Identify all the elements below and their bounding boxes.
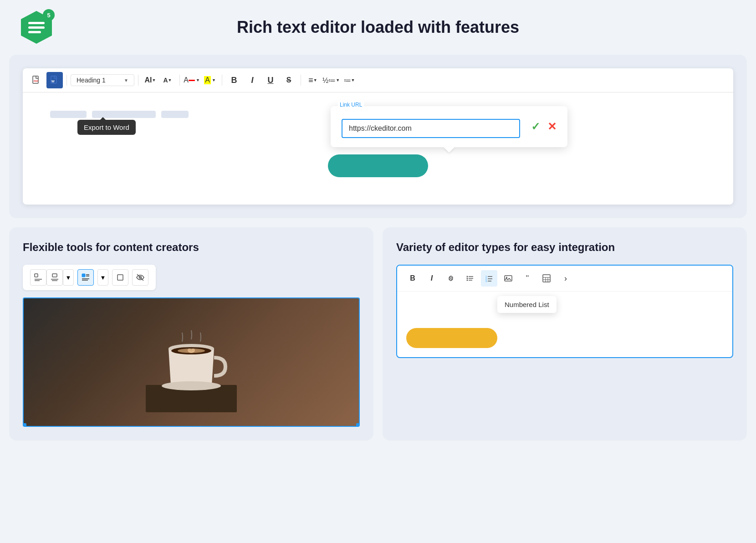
variety-editor: B I 1.2.3. xyxy=(396,265,733,358)
mini-numbered-button[interactable]: 1.2.3. xyxy=(481,270,497,287)
teal-button-container xyxy=(50,145,706,186)
editor-content[interactable]: Link URL ✓ ✕ xyxy=(23,92,733,205)
link-url-input[interactable] xyxy=(349,124,513,133)
link-confirm-button[interactable]: ✓ xyxy=(531,120,540,133)
font-color-icon: A xyxy=(184,76,189,84)
heading-line-3 xyxy=(161,111,189,118)
image-frame: ↵ xyxy=(23,297,360,427)
link-input-wrapper[interactable] xyxy=(342,119,520,138)
image-align-center-button[interactable] xyxy=(46,269,63,286)
strikethrough-icon: S xyxy=(286,76,291,84)
svg-point-43 xyxy=(506,277,507,278)
image-align-left-button[interactable] xyxy=(30,269,46,286)
heading-select[interactable]: Heading 1 ▼ xyxy=(71,74,134,86)
heading-select-value: Heading 1 xyxy=(77,77,106,84)
variety-card-inner: B I 1.2.3. xyxy=(396,265,733,358)
mini-table-button[interactable] xyxy=(538,270,555,287)
svg-point-29 xyxy=(162,381,221,390)
flexible-tools-title: Flexible tools for content creators xyxy=(23,241,360,254)
bold-button[interactable]: B xyxy=(226,72,242,88)
italic-button[interactable]: I xyxy=(244,72,261,88)
mini-italic-icon: I xyxy=(431,274,433,282)
mini-more-icon: › xyxy=(564,274,567,283)
font-size2-chevron: ▼ xyxy=(168,78,172,82)
image-wrap-chevron[interactable]: ▼ xyxy=(97,269,108,286)
link-url-label: Link URL xyxy=(338,102,364,108)
mini-toolbar: B I 1.2.3. xyxy=(397,266,732,292)
mini-quote-icon: " xyxy=(526,274,529,283)
font-size2-button[interactable]: A ▼ xyxy=(159,72,176,88)
image-align-group: ▼ xyxy=(30,269,74,286)
svg-rect-44 xyxy=(543,275,550,282)
link-popup: Link URL ✓ ✕ xyxy=(331,106,567,147)
editor-section: PDF W Heading 1 ▼ AI xyxy=(9,55,747,218)
highlight-button[interactable]: A ▼ xyxy=(202,72,218,88)
bottom-sections: Flexible tools for content creators ▼ ▼ xyxy=(9,227,747,441)
numbered-list-tooltip: Numbered List xyxy=(497,296,557,313)
svg-rect-19 xyxy=(117,275,123,280)
mini-italic-button[interactable]: I xyxy=(424,270,440,287)
export-to-word-tooltip: Export to Word xyxy=(77,120,136,135)
resize-handle-bl[interactable] xyxy=(23,423,26,427)
font-color-chevron: ▼ xyxy=(196,78,200,82)
image-hidden-button[interactable] xyxy=(132,269,148,286)
mini-bold-icon: B xyxy=(410,274,415,282)
variety-editor-title: Variety of editor types for easy integra… xyxy=(396,241,733,254)
editor-container: PDF W Heading 1 ▼ AI xyxy=(23,68,733,205)
image-block-button[interactable] xyxy=(112,269,128,286)
notification-count: 5 xyxy=(43,9,55,21)
toolbar-divider-1 xyxy=(66,75,67,86)
unordered-list-chevron: ▼ xyxy=(351,78,355,82)
word-export-button[interactable]: W xyxy=(46,72,63,88)
font-size-group: AI ▼ A ▼ xyxy=(142,72,176,88)
unordered-list-icon: ≔ xyxy=(344,76,351,85)
link-cancel-button[interactable]: ✕ xyxy=(547,120,557,133)
svg-rect-8 xyxy=(35,274,38,277)
image-wrap-button[interactable] xyxy=(77,269,94,286)
unordered-list-button[interactable]: ≔ ▼ xyxy=(341,72,358,88)
page-title: Rich text editor loaded with features xyxy=(55,18,701,37)
resize-handle-br[interactable] xyxy=(356,423,360,427)
image-align-chevron[interactable]: ▼ xyxy=(63,269,74,286)
underline-icon: U xyxy=(268,76,274,85)
mini-bold-button[interactable]: B xyxy=(404,270,421,287)
align-button[interactable]: ≡ ▼ xyxy=(305,72,321,88)
mini-image-button[interactable] xyxy=(500,270,516,287)
pdf-button[interactable]: PDF xyxy=(28,72,45,88)
image-toolbar: ▼ ▼ xyxy=(23,265,156,290)
font-size-chevron: ▼ xyxy=(152,78,156,82)
toolbar-divider-4 xyxy=(222,75,222,86)
svg-rect-14 xyxy=(82,274,85,277)
highlight-chevron: ▼ xyxy=(212,78,216,82)
teal-decorative-button xyxy=(328,154,428,177)
mini-link-button[interactable] xyxy=(443,270,459,287)
heading-line-1 xyxy=(50,111,87,118)
ordered-list-button[interactable]: ½≔ ▼ xyxy=(323,72,339,88)
flexible-tools-card: Flexible tools for content creators ▼ ▼ xyxy=(9,227,373,441)
underline-button[interactable]: U xyxy=(262,72,279,88)
font-size-button[interactable]: AI ▼ xyxy=(142,72,158,88)
logo-badge[interactable]: 5 xyxy=(18,9,55,46)
toolbar: PDF W Heading 1 ▼ AI xyxy=(23,68,733,92)
top-bar: 5 Rich text editor loaded with features xyxy=(0,0,756,55)
svg-point-32 xyxy=(467,278,468,279)
tooltip-arrow xyxy=(530,292,537,295)
align-icon: ≡ xyxy=(308,76,313,85)
mini-quote-button[interactable]: " xyxy=(519,270,536,287)
strikethrough-button[interactable]: S xyxy=(281,72,297,88)
svg-text:PDF: PDF xyxy=(34,80,38,82)
tooltip-anchor: Numbered List xyxy=(397,292,732,319)
toolbar-divider-5 xyxy=(301,75,301,86)
bold-icon: B xyxy=(231,76,237,85)
mini-bullet-button[interactable] xyxy=(462,270,478,287)
coffee-image xyxy=(24,298,359,426)
toolbar-divider-2 xyxy=(138,75,138,86)
font-color-button[interactable]: A ▼ xyxy=(184,72,200,88)
variety-editor-card: Variety of editor types for easy integra… xyxy=(383,227,747,441)
ordered-list-chevron: ▼ xyxy=(336,78,340,82)
highlight-icon: A xyxy=(204,76,211,84)
svg-rect-11 xyxy=(52,274,57,277)
mini-more-button[interactable]: › xyxy=(557,270,574,287)
toolbar-divider-3 xyxy=(179,75,180,86)
svg-rect-2 xyxy=(28,26,45,29)
